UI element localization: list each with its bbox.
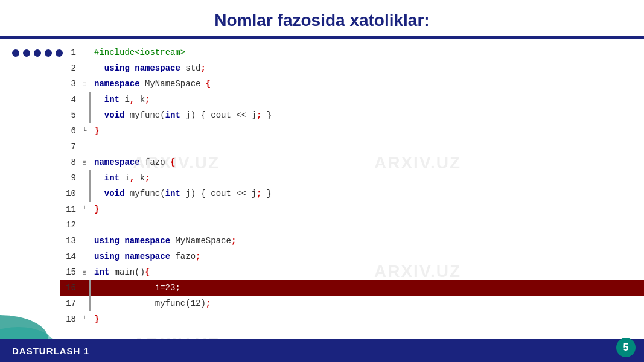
code-line-14: 14using namespace fazo; xyxy=(60,249,644,264)
content-area: 1#include<iostream>2 using namespace std… xyxy=(0,39,644,346)
code-line-1: 1#include<iostream> xyxy=(60,45,644,60)
slide-number-badge: 5 xyxy=(616,338,636,357)
line-content-11: } xyxy=(92,205,644,214)
line-number-10: 10 xyxy=(60,189,80,198)
line-number-1: 1 xyxy=(60,48,80,57)
code-line-17: 17 myfunc(12); xyxy=(60,296,644,311)
line-content-3: namespace MyNameSpace { xyxy=(92,79,644,89)
line-fold-3: ⊟ xyxy=(80,80,89,88)
header-divider xyxy=(0,36,644,39)
dot-1 xyxy=(12,49,19,57)
dot-2 xyxy=(23,49,30,57)
line-bar-12 xyxy=(89,217,92,233)
page-title: Nomlar fazosida xatoliklar: xyxy=(0,11,644,30)
line-content-17: myfunc(12); xyxy=(92,299,644,308)
line-number-4: 4 xyxy=(60,95,80,104)
code-line-16: 16 i=23; xyxy=(60,280,644,296)
code-panel: 1#include<iostream>2 using namespace std… xyxy=(60,39,644,346)
line-number-8: 8 xyxy=(60,157,80,167)
line-fold-18: └ xyxy=(80,316,89,323)
line-number-17: 17 xyxy=(60,299,80,308)
line-number-7: 7 xyxy=(60,142,80,151)
code-line-15: 15⊟int main(){ xyxy=(60,264,644,280)
line-number-6: 6 xyxy=(60,126,80,136)
line-content-1: #include<iostream> xyxy=(92,48,644,57)
code-line-12: 12 xyxy=(60,217,644,233)
bottom-bar: DASTURLASH 1 xyxy=(0,339,644,362)
code-line-18: 18└} xyxy=(60,311,644,327)
line-content-15: int main(){ xyxy=(92,267,644,277)
code-line-2: 2 using namespace std; xyxy=(60,60,644,76)
line-content-10: void myfunc(int j) { cout << j; } xyxy=(92,189,644,198)
line-number-3: 3 xyxy=(60,79,80,89)
left-dots-panel xyxy=(0,39,60,346)
code-line-8: 8⊟namespace fazo { xyxy=(60,154,644,170)
line-content-2: using namespace std; xyxy=(92,63,644,73)
line-content-14: using namespace fazo; xyxy=(92,252,644,261)
line-fold-15: ⊟ xyxy=(80,268,89,276)
line-content-4: int i, k; xyxy=(92,95,644,104)
line-fold-8: ⊟ xyxy=(80,159,89,167)
code-line-3: 3⊟namespace MyNameSpace { xyxy=(60,76,644,92)
line-content-5: void myfunc(int j) { cout << j; } xyxy=(92,110,644,120)
line-content-6: } xyxy=(92,126,644,136)
line-content-16: i=23; xyxy=(92,283,644,293)
code-line-5: 5 void myfunc(int j) { cout << j; } xyxy=(60,107,644,123)
code-line-9: 9 int i, k; xyxy=(60,170,644,186)
code-line-13: 13using namespace MyNameSpace; xyxy=(60,233,644,249)
line-number-16: 16 xyxy=(60,283,80,293)
line-content-8: namespace fazo { xyxy=(92,157,644,167)
code-line-6: 6└} xyxy=(60,123,644,139)
line-number-14: 14 xyxy=(60,252,80,261)
code-line-7: 7 xyxy=(60,139,644,154)
code-line-11: 11└} xyxy=(60,202,644,217)
line-content-13: using namespace MyNameSpace; xyxy=(92,236,644,246)
line-number-13: 13 xyxy=(60,236,80,246)
line-number-18: 18 xyxy=(60,314,80,324)
line-number-11: 11 xyxy=(60,205,80,214)
line-content-9: int i, k; xyxy=(92,173,644,183)
line-fold-6: └ xyxy=(80,127,89,135)
line-number-2: 2 xyxy=(60,63,80,73)
dot-3 xyxy=(34,49,41,57)
line-number-15: 15 xyxy=(60,267,80,277)
code-line-10: 10 void myfunc(int j) { cout << j; } xyxy=(60,186,644,202)
page-header: Nomlar fazosida xatoliklar: xyxy=(0,0,644,36)
line-number-12: 12 xyxy=(60,220,80,230)
line-fold-11: └ xyxy=(80,206,89,213)
line-number-9: 9 xyxy=(60,173,80,183)
dot-4 xyxy=(45,49,52,57)
dots-row xyxy=(12,49,63,57)
line-content-18: } xyxy=(92,314,644,324)
line-bar-7 xyxy=(89,139,92,154)
bottom-label: DASTURLASH 1 xyxy=(12,346,89,356)
line-number-5: 5 xyxy=(60,110,80,120)
code-line-4: 4 int i, k; xyxy=(60,92,644,107)
